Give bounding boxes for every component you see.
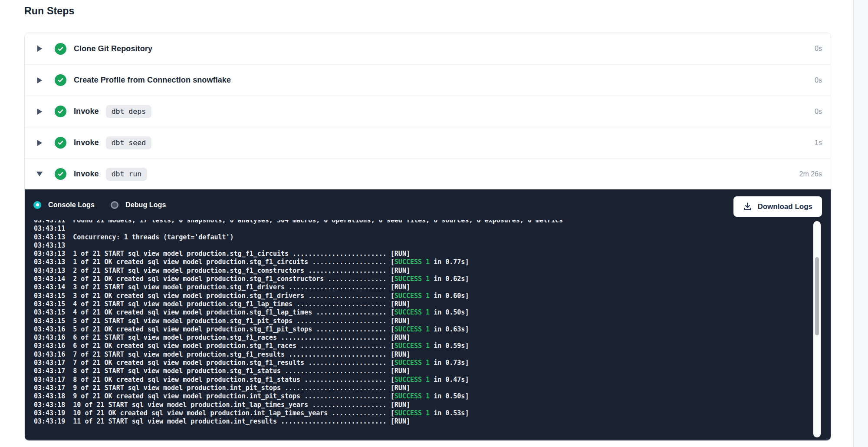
expand-caret-icon[interactable] [35, 44, 44, 53]
download-icon [743, 202, 752, 211]
step-row[interactable]: Create Profile from Connection snowflake… [25, 64, 831, 96]
success-check-icon [55, 168, 66, 180]
step-duration: 1s [815, 139, 822, 147]
download-logs-label: Download Logs [757, 202, 812, 211]
console-logs-radio[interactable] [33, 201, 41, 209]
command-badge: dbt seed [106, 136, 151, 149]
step-label: Invoke [74, 107, 99, 116]
log-scrollbar-thumb[interactable] [815, 257, 819, 335]
log-scrollbar-track[interactable] [813, 221, 821, 437]
debug-logs-label: Debug Logs [125, 201, 166, 209]
step-label: Invoke [74, 138, 99, 147]
command-badge: dbt deps [106, 105, 151, 118]
console-logs-label: Console Logs [48, 201, 95, 209]
step-duration: 0s [815, 108, 822, 116]
step-row[interactable]: Invoke dbt run 2m 26s [25, 158, 831, 189]
success-check-icon [55, 43, 66, 55]
step-duration: 2m 26s [799, 170, 822, 178]
step-duration: 0s [815, 76, 822, 84]
success-check-icon [55, 106, 66, 117]
tab-debug-logs[interactable]: Debug Logs [111, 201, 166, 209]
console-header: Console Logs Debug Logs Download Logs [25, 189, 831, 220]
success-check-icon [55, 137, 66, 149]
step-label: Invoke [74, 169, 99, 179]
step-row[interactable]: Invoke dbt seed 1s [25, 127, 831, 158]
step-duration: 0s [815, 45, 822, 53]
step-label: Clone Git Repository [74, 44, 152, 53]
page-right-gutter [853, 0, 868, 447]
download-logs-button[interactable]: Download Logs [733, 196, 822, 217]
step-row[interactable]: Clone Git Repository 0s [25, 33, 831, 64]
expand-caret-icon[interactable] [35, 170, 44, 179]
console-log-text: 03:43:11 Found 21 models, 17 tests, 0 sn… [34, 220, 831, 426]
expand-caret-icon[interactable] [35, 107, 44, 116]
run-steps-card: Clone Git Repository 0s Create Profile f… [24, 33, 831, 441]
console-panel: Console Logs Debug Logs Download Logs 03… [25, 189, 831, 440]
page-title: Run Steps [24, 5, 75, 17]
success-check-icon [55, 74, 66, 86]
step-row[interactable]: Invoke dbt deps 0s [25, 96, 831, 127]
expand-caret-icon[interactable] [35, 139, 44, 147]
expand-caret-icon[interactable] [35, 76, 44, 85]
console-log-viewport[interactable]: 03:43:11 Found 21 models, 17 tests, 0 sn… [25, 220, 831, 440]
tab-console-logs[interactable]: Console Logs [33, 201, 95, 209]
command-badge: dbt run [106, 168, 148, 181]
debug-logs-radio[interactable] [111, 201, 118, 209]
step-label: Create Profile from Connection snowflake [74, 76, 231, 85]
steps-list: Clone Git Repository 0s Create Profile f… [25, 33, 831, 189]
